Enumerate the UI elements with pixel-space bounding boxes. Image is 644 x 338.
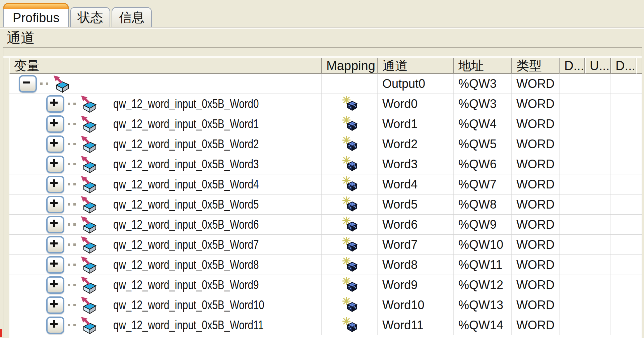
channel-cell[interactable]: Word6 <box>378 215 454 234</box>
type-cell[interactable]: WORD <box>512 215 560 234</box>
default-value-cell[interactable] <box>560 74 585 94</box>
channel-cell[interactable]: Word2 <box>378 134 454 154</box>
channel-cell[interactable]: Word7 <box>378 235 454 255</box>
type-cell[interactable]: WORD <box>512 114 560 134</box>
expand-button[interactable] <box>46 296 64 314</box>
table-row[interactable]: qw_12_word_input_0x5B_Word5 <box>9 194 642 215</box>
column-header-default[interactable]: D... <box>560 58 585 74</box>
description-cell[interactable] <box>611 74 636 94</box>
type-cell[interactable]: WORD <box>512 235 560 255</box>
description-cell[interactable] <box>611 194 636 214</box>
default-value-cell[interactable] <box>560 154 585 174</box>
address-cell[interactable]: %QW5 <box>454 134 512 154</box>
mapping-cell[interactable] <box>322 74 378 94</box>
description-cell[interactable] <box>611 215 636 234</box>
variable-cell[interactable]: qw_12_word_input_0x5B_Word11 <box>9 315 322 335</box>
unit-cell[interactable] <box>585 215 611 234</box>
unit-cell[interactable] <box>585 255 611 275</box>
unit-cell[interactable] <box>585 275 611 295</box>
table-row[interactable]: qw_12_word_input_0x5B_Word7 <box>9 235 642 255</box>
variable-cell[interactable]: qw_12_word_input_0x5B_Word10 <box>9 295 322 315</box>
unit-cell[interactable] <box>585 315 611 335</box>
description-cell[interactable] <box>611 154 636 174</box>
channel-cell[interactable]: Word9 <box>378 275 454 295</box>
mapping-cell[interactable] <box>322 154 378 174</box>
description-cell[interactable] <box>611 255 636 275</box>
variable-cell[interactable]: qw_12_word_input_0x5B_Word7 <box>9 235 322 255</box>
mapping-cell[interactable] <box>322 235 378 255</box>
variable-cell[interactable]: qw_12_word_input_0x5B_Word9 <box>9 275 322 295</box>
type-cell[interactable]: WORD <box>512 255 560 275</box>
mapping-cell[interactable] <box>322 114 378 134</box>
channel-cell[interactable]: Word3 <box>378 154 454 174</box>
variable-cell[interactable]: qw_12_word_input_0x5B_Word4 <box>9 174 322 194</box>
variable-cell[interactable]: qw_12_word_input_0x5B_Word2 <box>9 134 322 154</box>
unit-cell[interactable] <box>585 194 611 214</box>
mapping-cell[interactable] <box>322 295 378 315</box>
type-cell[interactable]: WORD <box>512 94 560 114</box>
default-value-cell[interactable] <box>560 255 585 275</box>
unit-cell[interactable] <box>585 154 611 174</box>
default-value-cell[interactable] <box>560 194 585 214</box>
expand-button[interactable] <box>46 115 64 133</box>
expand-button[interactable] <box>46 216 64 233</box>
type-cell[interactable]: WORD <box>512 315 560 335</box>
unit-cell[interactable] <box>585 94 611 114</box>
default-value-cell[interactable] <box>560 94 585 114</box>
mapping-cell[interactable] <box>322 275 378 295</box>
mapping-cell[interactable] <box>322 134 378 154</box>
description-cell[interactable] <box>611 114 636 134</box>
channel-cell[interactable]: Word1 <box>378 114 454 134</box>
unit-cell[interactable] <box>585 174 611 194</box>
table-row[interactable]: qw_12_word_input_0x5B_Word4 <box>9 174 642 194</box>
expand-button[interactable] <box>46 317 64 334</box>
table-row[interactable]: qw_12_word_input_0x5B_Word9 <box>9 275 642 295</box>
address-cell[interactable]: %QW7 <box>454 174 512 194</box>
channel-cell[interactable]: Output0 <box>378 74 454 94</box>
mapping-cell[interactable] <box>322 194 378 214</box>
column-header-mapping[interactable]: Mapping <box>322 58 378 74</box>
variable-cell[interactable]: qw_12_word_input_0x5B_Word1 <box>9 114 322 134</box>
mapping-cell[interactable] <box>322 94 378 114</box>
description-cell[interactable] <box>611 134 636 154</box>
table-row[interactable]: qw_12_word_input_0x5B_Word3 <box>9 154 642 174</box>
description-cell[interactable] <box>611 174 636 194</box>
type-cell[interactable]: WORD <box>512 134 560 154</box>
description-cell[interactable] <box>611 315 636 335</box>
variable-cell[interactable]: qw_12_word_input_0x5B_Word8 <box>9 255 322 275</box>
unit-cell[interactable] <box>585 74 611 94</box>
unit-cell[interactable] <box>585 134 611 154</box>
type-cell[interactable]: WORD <box>512 194 560 214</box>
address-cell[interactable]: %QW6 <box>454 154 512 174</box>
mapping-cell[interactable] <box>322 255 378 275</box>
unit-cell[interactable] <box>585 235 611 255</box>
expand-button[interactable] <box>46 156 64 173</box>
channel-cell[interactable]: Word8 <box>378 255 454 275</box>
default-value-cell[interactable] <box>560 114 585 134</box>
table-row[interactable]: qw_12_word_input_0x5B_Word0 <box>9 94 642 114</box>
channel-cell[interactable]: Word11 <box>378 315 454 335</box>
table-row[interactable]: qw_12_word_input_0x5B_Word6 <box>9 215 642 235</box>
tab-info[interactable]: 信息 <box>112 7 152 27</box>
description-cell[interactable] <box>611 275 636 295</box>
address-cell[interactable]: %QW12 <box>454 275 512 295</box>
type-cell[interactable]: WORD <box>512 295 560 315</box>
table-row[interactable]: qw_12_word_input_0x5B_Word11 <box>9 315 642 335</box>
mapping-cell[interactable] <box>322 215 378 234</box>
expand-button[interactable] <box>46 176 64 193</box>
expand-button[interactable] <box>46 276 64 294</box>
expand-button[interactable] <box>46 236 64 253</box>
column-header-unit[interactable]: U... <box>585 58 611 74</box>
table-row[interactable]: qw_12_word_input_0x5B_Word2 <box>9 134 642 154</box>
table-row[interactable]: qw_12_word_input_0x5B_Word10 <box>9 295 642 315</box>
unit-cell[interactable] <box>585 295 611 315</box>
column-header-address[interactable]: 地址 <box>454 58 512 74</box>
table-row[interactable]: qw_12_word_input_0x5B_Word8 <box>9 255 642 275</box>
collapse-button[interactable] <box>19 75 37 93</box>
address-cell[interactable]: %QW3 <box>454 74 512 94</box>
type-cell[interactable]: WORD <box>512 275 560 295</box>
description-cell[interactable] <box>611 235 636 255</box>
address-cell[interactable]: %QW14 <box>454 315 512 335</box>
default-value-cell[interactable] <box>560 215 585 234</box>
expand-button[interactable] <box>46 95 64 113</box>
